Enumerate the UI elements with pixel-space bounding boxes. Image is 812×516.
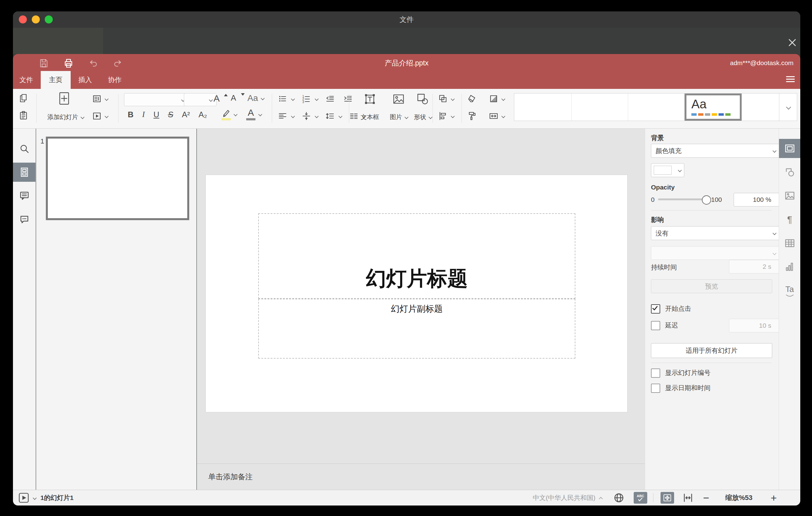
- start-slideshow-statusbar-button[interactable]: [18, 490, 36, 506]
- account-email: adm***@dootask.com: [730, 54, 793, 72]
- shape-icon: [416, 93, 429, 106]
- opacity-slider-knob[interactable]: [702, 195, 711, 205]
- insert-image-menu[interactable]: 图片: [385, 113, 413, 121]
- fit-to-slide-button[interactable]: [661, 490, 674, 506]
- delay-spinner[interactable]: 10 s: [729, 319, 786, 333]
- arrange-icon: [438, 94, 448, 104]
- copy-style-button[interactable]: [467, 111, 477, 121]
- tab-home[interactable]: 主页: [41, 71, 71, 89]
- increase-indent-button[interactable]: [343, 94, 353, 104]
- spellcheck-button[interactable]: ABC: [634, 490, 647, 506]
- strikeout-button[interactable]: S: [168, 111, 173, 118]
- theme-tile-selected[interactable]: Aa: [685, 93, 742, 121]
- background-color-picker[interactable]: [651, 163, 684, 177]
- slide-layout-button[interactable]: [92, 94, 108, 104]
- screen: { "colors": {"header_red": "#b25250", "a…: [0, 0, 812, 516]
- insert-shape-button[interactable]: [411, 93, 434, 106]
- notes-area[interactable]: 单击添加备注: [197, 463, 645, 490]
- spellcheck-abc: ABC: [637, 494, 644, 498]
- preview-button[interactable]: 预览: [651, 279, 772, 293]
- align-shape-button[interactable]: [438, 111, 455, 121]
- underline-button[interactable]: U: [153, 111, 159, 118]
- delay-checkbox[interactable]: [651, 321, 660, 330]
- font-name-select[interactable]: [124, 93, 189, 106]
- document-language-button[interactable]: [613, 490, 625, 506]
- language-selector[interactable]: 中文(中华人民共和国): [533, 490, 603, 506]
- opacity-slider-track[interactable]: [658, 198, 704, 200]
- show-slide-number-checkbox[interactable]: [651, 369, 660, 378]
- start-slideshow-button[interactable]: [92, 111, 108, 121]
- line-spacing-button[interactable]: [325, 111, 335, 121]
- notes-placeholder: 单击添加备注: [208, 472, 253, 482]
- bullets-button[interactable]: [278, 94, 288, 104]
- subtitle-placeholder[interactable]: 幻灯片副标题: [258, 299, 575, 359]
- textart-settings-button[interactable]: Ta: [779, 281, 800, 300]
- image-settings-button[interactable]: [779, 186, 800, 205]
- copy-button[interactable]: [19, 93, 28, 103]
- textbox-button[interactable]: [356, 93, 384, 106]
- numbering-icon: 123: [301, 94, 311, 104]
- bold-button[interactable]: B: [128, 111, 134, 118]
- slide-size-button[interactable]: [489, 111, 505, 121]
- add-slide-menu[interactable]: 添加幻灯片: [42, 113, 89, 121]
- font-color-button[interactable]: A: [246, 108, 262, 120]
- theme-tile[interactable]: [514, 93, 572, 121]
- chat-icon: [19, 214, 30, 225]
- clear-style-button[interactable]: [467, 94, 477, 104]
- decrease-indent-icon: [325, 94, 335, 104]
- slide-settings-button[interactable]: [779, 139, 800, 158]
- background-app-area: [13, 28, 800, 54]
- horizontal-align-button[interactable]: [278, 111, 288, 121]
- chart-settings-button[interactable]: [779, 257, 800, 277]
- decrease-indent-button[interactable]: [325, 94, 335, 104]
- close-icon[interactable]: [787, 37, 798, 48]
- chat-panel-button[interactable]: [13, 210, 35, 229]
- menu-icon[interactable]: [786, 76, 795, 83]
- tab-insert[interactable]: 插入: [75, 71, 96, 89]
- shape-settings-button[interactable]: [779, 163, 800, 182]
- title-placeholder[interactable]: 幻灯片标题: [258, 213, 575, 299]
- zoom-level[interactable]: 缩放%53: [725, 490, 752, 506]
- insert-image-button[interactable]: [387, 93, 410, 106]
- table-settings-button[interactable]: [779, 234, 800, 253]
- italic-button[interactable]: I: [142, 111, 145, 118]
- zoom-out-button[interactable]: −: [703, 490, 709, 506]
- fit-to-width-button[interactable]: [682, 490, 694, 506]
- effect-type-select-disabled[interactable]: [651, 246, 781, 260]
- effect-label: 影响: [651, 216, 664, 224]
- font-increase-button[interactable]: A: [213, 94, 228, 103]
- theme-tile[interactable]: [628, 93, 685, 121]
- subscript-button[interactable]: A₂: [199, 111, 207, 118]
- tab-file[interactable]: 文件: [16, 71, 36, 89]
- theme-tile[interactable]: [742, 93, 779, 121]
- vertical-align-button[interactable]: [301, 111, 311, 121]
- slide-surface[interactable]: 幻灯片标题 幻灯片副标题: [205, 175, 628, 412]
- theme-gallery-expand-button[interactable]: [779, 93, 797, 121]
- apply-to-all-slides-button[interactable]: 适用于所有幻灯片: [651, 343, 772, 358]
- paragraph-settings-button[interactable]: ¶: [779, 210, 800, 229]
- effect-select[interactable]: 没有: [651, 226, 781, 240]
- tab-collaboration[interactable]: 协作: [104, 71, 125, 89]
- background-fill-select[interactable]: 颜色填充: [651, 144, 781, 158]
- zoom-in-button[interactable]: +: [771, 490, 777, 506]
- paste-button[interactable]: [19, 111, 28, 120]
- opacity-value-spinner[interactable]: 100 %: [734, 193, 786, 206]
- highlight-color-button[interactable]: [222, 108, 237, 120]
- fill-color-button[interactable]: [489, 94, 505, 104]
- font-size-select[interactable]: [184, 93, 216, 106]
- font-decrease-button[interactable]: A: [231, 94, 245, 102]
- slide-thumbnail-selected[interactable]: [46, 137, 189, 220]
- numbering-button[interactable]: 123: [301, 94, 311, 104]
- comments-panel-button[interactable]: [13, 186, 35, 205]
- duration-spinner[interactable]: 2 s: [729, 260, 786, 274]
- slides-panel-button[interactable]: [13, 163, 35, 182]
- show-date-time-checkbox[interactable]: [651, 383, 660, 393]
- search-panel-button[interactable]: [13, 139, 35, 158]
- slide-size-icon: [489, 111, 498, 121]
- superscript-button[interactable]: A²: [182, 111, 190, 118]
- start-on-click-checkbox[interactable]: [651, 304, 660, 314]
- arrange-shape-button[interactable]: [438, 94, 455, 104]
- change-case-button[interactable]: Aa: [248, 94, 264, 103]
- add-slide-button[interactable]: [42, 91, 86, 106]
- theme-tile[interactable]: [572, 93, 628, 121]
